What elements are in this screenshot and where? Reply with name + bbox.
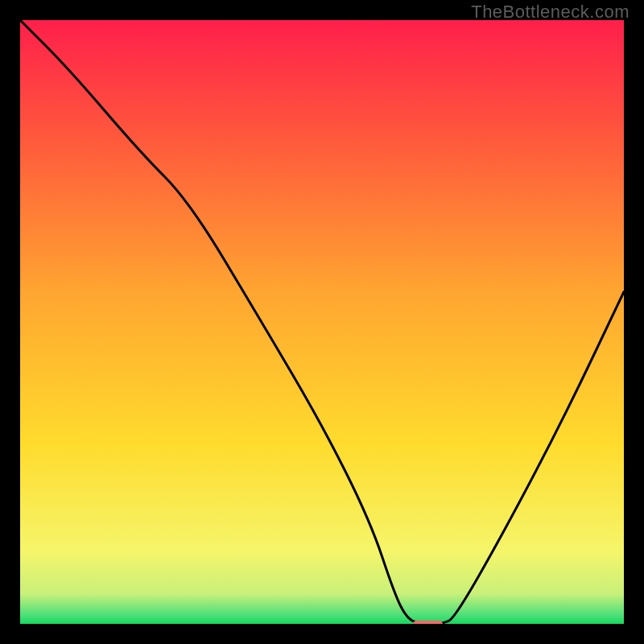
bottleneck-curve — [20, 20, 624, 624]
chart-frame: TheBottleneck.com — [0, 0, 644, 644]
optimum-marker — [413, 621, 444, 625]
plot-area — [20, 20, 624, 624]
watermark: TheBottleneck.com — [471, 2, 630, 23]
